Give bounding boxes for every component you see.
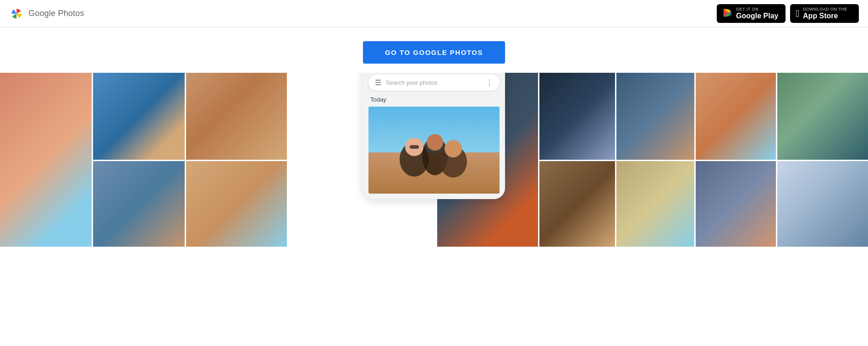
app-store-badge[interactable]:  Download on the App Store (790, 4, 859, 23)
list-item (186, 73, 287, 160)
list-item (0, 73, 92, 247)
svg-point-6 (427, 134, 443, 151)
logo: Google Photos (9, 6, 84, 21)
app-badges: GET IT ON Google Play  Download on the … (717, 4, 859, 23)
app-store-text: Download on the App Store (803, 7, 847, 20)
more-options-icon: ⋮ (486, 78, 493, 87)
list-item (777, 73, 868, 160)
list-item (696, 73, 776, 160)
phone-search-placeholder: Search your photos (386, 79, 486, 86)
logo-text: Google Photos (28, 9, 84, 18)
google-photos-logo-icon (9, 6, 24, 21)
list-item (93, 161, 185, 247)
hamburger-icon: ☰ (375, 78, 381, 87)
list-item (539, 161, 615, 247)
phone-search-bar[interactable]: ☰ Search your photos ⋮ (368, 75, 500, 91)
phone-main-photo (368, 107, 500, 194)
svg-rect-8 (410, 145, 419, 149)
google-play-badge[interactable]: GET IT ON Google Play (717, 4, 786, 23)
google-play-icon (722, 8, 732, 20)
header: Google Photos GET IT ON Google Play  Do (0, 0, 868, 27)
list-item (777, 161, 868, 247)
left-photo-grid (0, 73, 284, 247)
list-item (616, 73, 694, 160)
go-to-google-photos-button[interactable]: GO TO GOOGLE PHOTOS (363, 41, 505, 64)
list-item (539, 73, 615, 160)
list-item (186, 161, 287, 247)
svg-point-7 (445, 140, 462, 157)
phone-date-label: Today (368, 96, 500, 103)
list-item (696, 161, 776, 247)
phone-photo-inner (368, 107, 500, 194)
google-play-text: GET IT ON Google Play (736, 7, 778, 20)
list-item (93, 73, 185, 160)
hero-section: ☰ Search your photos ⋮ Today (0, 73, 868, 247)
phone-mockup: ☰ Search your photos ⋮ Today (363, 73, 505, 199)
list-item (616, 161, 694, 247)
cta-section: GO TO GOOGLE PHOTOS (0, 27, 868, 73)
apple-icon:  (796, 9, 799, 19)
